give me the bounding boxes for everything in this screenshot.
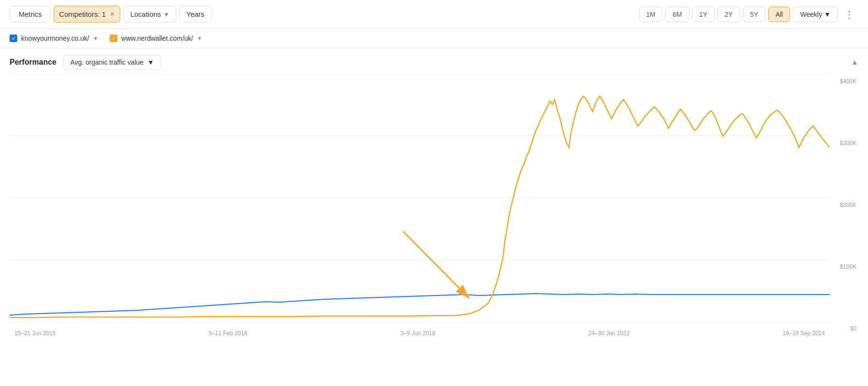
top-bar: Metrics Competitors: 1 ✕ Locations ▼ Yea… bbox=[0, 0, 868, 29]
competitor-2-label: www.nerdwallet.com/uk/ bbox=[121, 34, 193, 42]
competitors-row: ✓ knowyourmoney.co.uk/ ▼ ✓ www.nerdwalle… bbox=[0, 29, 868, 48]
time-1m-button[interactable]: 1M bbox=[639, 7, 662, 22]
y-axis-labels: $0 $100K $200K $300K $400K bbox=[830, 73, 858, 337]
competitors-label: Competitors: 1 bbox=[59, 10, 106, 18]
competitor-1[interactable]: ✓ knowyourmoney.co.uk/ ▼ bbox=[10, 34, 98, 42]
competitor-2-chevron-icon: ▼ bbox=[197, 35, 202, 41]
metric-label: Avg. organic traffic value bbox=[70, 58, 144, 66]
blue-line bbox=[10, 294, 830, 315]
x-label-2019: 3–9 Jun 2019 bbox=[400, 330, 435, 337]
locations-tab[interactable]: Locations ▼ bbox=[123, 6, 176, 23]
frequency-dropdown[interactable]: Weekly ▼ bbox=[793, 7, 838, 22]
y-label-0: $0 bbox=[830, 325, 858, 332]
years-label: Years bbox=[186, 10, 205, 18]
competitor-1-checkbox[interactable]: ✓ bbox=[10, 34, 17, 42]
x-label-2018: 5–11 Feb 2018 bbox=[209, 330, 248, 337]
collapse-button[interactable]: ▲ bbox=[851, 58, 858, 67]
competitors-tab[interactable]: Competitors: 1 ✕ bbox=[54, 6, 120, 23]
chart-wrapper: $0 $100K $200K $300K $400K 15–21 Jun 201… bbox=[10, 73, 858, 337]
competitor-1-label: knowyourmoney.co.uk/ bbox=[21, 34, 89, 42]
orange-line bbox=[10, 96, 830, 318]
top-bar-left: Metrics Competitors: 1 ✕ Locations ▼ Yea… bbox=[10, 6, 212, 23]
years-tab[interactable]: Years bbox=[179, 6, 212, 23]
top-bar-right: 1M 6M 1Y 2Y 5Y All Weekly ▼ ⋮ bbox=[639, 7, 858, 22]
performance-left: Performance Avg. organic traffic value ▼ bbox=[10, 55, 161, 69]
y-label-300k: $300K bbox=[830, 140, 858, 147]
chart-container: $0 $100K $200K $300K $400K 15–21 Jun 201… bbox=[10, 73, 858, 337]
locations-chevron-icon: ▼ bbox=[164, 11, 169, 17]
y-label-400k: $400K bbox=[830, 78, 858, 85]
metrics-tab[interactable]: Metrics bbox=[10, 6, 51, 23]
time-all-button[interactable]: All bbox=[768, 7, 790, 22]
check-icon-2: ✓ bbox=[112, 35, 116, 42]
performance-title: Performance bbox=[10, 58, 57, 67]
close-competitors-icon[interactable]: ✕ bbox=[110, 11, 115, 18]
time-2y-button[interactable]: 2Y bbox=[718, 7, 740, 22]
locations-label: Locations bbox=[130, 10, 161, 18]
x-axis-labels: 15–21 Jun 2015 5–11 Feb 2018 3–9 Jun 201… bbox=[10, 330, 830, 337]
x-label-2024: 16–19 Sep 2024 bbox=[783, 330, 825, 337]
y-label-200k: $200K bbox=[830, 202, 858, 208]
time-1y-button[interactable]: 1Y bbox=[692, 7, 715, 22]
metric-dropdown[interactable]: Avg. organic traffic value ▼ bbox=[63, 55, 161, 69]
performance-row: Performance Avg. organic traffic value ▼… bbox=[0, 48, 868, 73]
frequency-chevron-icon: ▼ bbox=[824, 11, 831, 18]
competitor-2-checkbox[interactable]: ✓ bbox=[110, 34, 117, 42]
annotation-arrow bbox=[403, 231, 469, 298]
y-label-100k: $100K bbox=[830, 263, 858, 270]
frequency-label: Weekly bbox=[800, 11, 822, 18]
check-icon: ✓ bbox=[11, 35, 16, 42]
time-5y-button[interactable]: 5Y bbox=[743, 7, 765, 22]
metric-chevron-icon: ▼ bbox=[148, 58, 154, 66]
competitor-1-chevron-icon: ▼ bbox=[93, 35, 98, 41]
time-6m-button[interactable]: 6M bbox=[665, 7, 689, 22]
x-label-2015: 15–21 Jun 2015 bbox=[14, 330, 56, 337]
x-label-2022: 24–30 Jan 2022 bbox=[588, 330, 629, 337]
chart-svg bbox=[10, 73, 830, 322]
svg-line-5 bbox=[403, 231, 469, 298]
competitor-2[interactable]: ✓ www.nerdwallet.com/uk/ ▼ bbox=[110, 34, 202, 42]
more-options-button[interactable]: ⋮ bbox=[841, 7, 858, 22]
